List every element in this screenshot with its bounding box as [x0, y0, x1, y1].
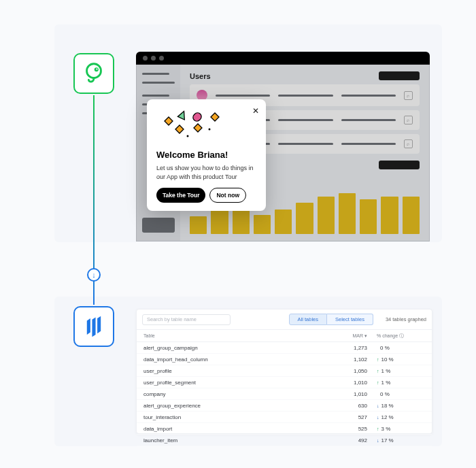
row-name: data_import_head_column — [143, 356, 326, 363]
row-name: user_profile_segment — [143, 380, 326, 386]
row-mar: 630 — [326, 403, 367, 409]
svg-point-4 — [187, 135, 189, 137]
row-change: ↑1 % — [367, 380, 425, 386]
row-mar: 1,273 — [326, 345, 367, 351]
table-row[interactable]: user_profile1,050↑1 % — [137, 365, 432, 377]
table-row[interactable]: tour_interaction527↓12 % — [137, 412, 432, 423]
table-row[interactable]: data_import_head_column1,102↑10 % — [137, 354, 432, 365]
row-name: data_import — [143, 426, 326, 432]
col-mar[interactable]: MAR ▾ — [326, 333, 367, 339]
sparkles-illustration — [156, 109, 256, 143]
modal-body: Let us show you how to do things in our … — [156, 164, 256, 181]
row-change: ↓12 % — [367, 414, 425, 420]
table-row[interactable]: company1,010·0 % — [137, 388, 432, 400]
table-row[interactable]: data_import525↑3 % — [137, 423, 432, 435]
tab-all-tables[interactable]: All tables — [289, 314, 327, 325]
row-change: ↑1 % — [367, 368, 425, 374]
row-mar: 1,010 — [326, 391, 367, 397]
table-filter-tabs: All tables Select tables — [289, 314, 373, 325]
table-row[interactable]: user_profile_segment1,010↑1 % — [137, 377, 432, 388]
row-name: launcher_item — [143, 437, 326, 444]
tables-card: Search by table name All tables Select t… — [136, 309, 432, 434]
take-tour-button[interactable]: Take the Tour — [156, 188, 205, 203]
chameleon-logo — [73, 53, 114, 94]
svg-point-0 — [87, 64, 101, 78]
welcome-modal: ✕ Welcome Briana! Let us show you how to… — [147, 99, 266, 211]
close-icon[interactable]: ✕ — [252, 106, 259, 116]
row-change: ↑3 % — [367, 426, 425, 432]
svg-point-3 — [209, 129, 211, 131]
window-dot — [143, 56, 148, 61]
row-change: ·0 % — [367, 345, 425, 351]
tab-select-tables[interactable]: Select tables — [327, 314, 373, 325]
row-name: company — [143, 391, 326, 397]
row-name: tour_interaction — [143, 414, 326, 420]
search-input[interactable]: Search by table name — [142, 314, 231, 325]
table-row[interactable]: launcher_item492↓17 % — [137, 435, 432, 446]
svg-point-2 — [96, 69, 97, 70]
row-mar: 1,010 — [326, 380, 367, 386]
table-row[interactable]: alert_group_campaign1,273·0 % — [137, 342, 432, 354]
row-name: user_profile — [143, 368, 326, 374]
graphed-count: 34 tables graphed — [379, 316, 426, 322]
browser-chrome — [136, 52, 430, 65]
row-name: alert_group_experience — [143, 403, 326, 409]
window-dot — [151, 56, 156, 61]
row-mar: 1,050 — [326, 368, 367, 374]
june-logo — [73, 306, 114, 347]
row-mar: 527 — [326, 414, 367, 420]
row-mar: 1,102 — [326, 356, 367, 363]
table-row[interactable]: alert_group_experience630↓18 % — [137, 400, 432, 412]
row-mar: 525 — [326, 426, 367, 432]
table-header: Table MAR ▾ % change ⓘ — [137, 330, 432, 342]
row-change: ·0 % — [367, 391, 425, 397]
col-change: % change ⓘ — [367, 333, 425, 339]
row-mar: 492 — [326, 437, 367, 444]
col-table: Table — [143, 333, 326, 338]
modal-title: Welcome Briana! — [156, 150, 256, 160]
row-name: alert_group_campaign — [143, 345, 326, 351]
not-now-button[interactable]: Not now — [209, 188, 246, 203]
arrow-down-icon: ↓ — [87, 268, 101, 282]
row-change: ↓17 % — [367, 437, 425, 444]
row-change: ↓18 % — [367, 403, 425, 409]
row-change: ↑10 % — [367, 356, 425, 363]
window-dot — [159, 56, 164, 61]
